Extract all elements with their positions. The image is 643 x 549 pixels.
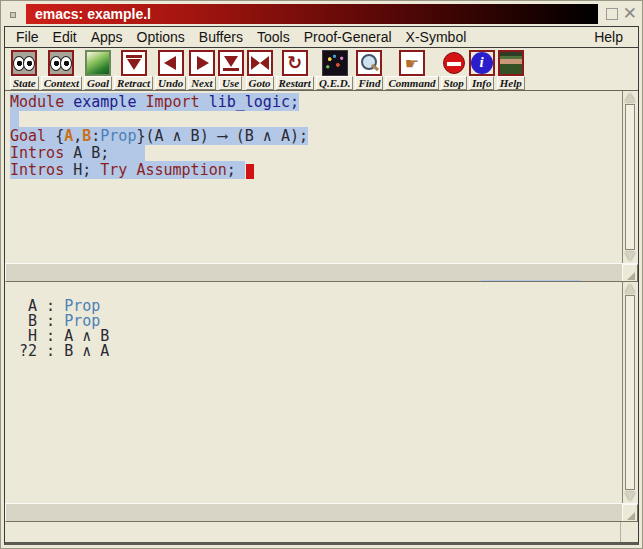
toolbar-label: Q.E.D. (316, 76, 353, 90)
text-cursor (246, 164, 254, 179)
qed-icon (322, 50, 348, 76)
text-segment (10, 110, 19, 128)
scroll-up-icon[interactable] (625, 93, 635, 102)
goals-scrollbar[interactable] (622, 282, 638, 503)
scrollbar-thumb[interactable] (625, 295, 635, 490)
find-icon (356, 50, 382, 76)
toolbar-command-button[interactable]: Command (385, 50, 438, 90)
eyes-icon (48, 50, 74, 76)
toolbar-label: Find (355, 76, 383, 90)
toolbar-label: Goto (246, 76, 274, 90)
toolbar-label: Use (219, 76, 242, 90)
close-icon[interactable] (623, 3, 637, 23)
menubar-items: FileEditAppsOptionsBuffersToolsProof-Gen… (9, 29, 473, 45)
script-buffer[interactable]: Module example Import lib_logic; Goal {A… (5, 91, 638, 263)
scroll-down-icon[interactable] (625, 252, 635, 261)
text-segment: { (46, 127, 64, 145)
retract-icon (121, 50, 147, 76)
toolbar-stop-button[interactable]: Stop (441, 50, 467, 90)
goals-line: A : Prop (10, 299, 622, 314)
locked-region-highlight (10, 110, 19, 128)
undo-icon (158, 50, 184, 76)
menu-proof-general[interactable]: Proof-General (304, 29, 392, 45)
modeline-corner-icon[interactable] (622, 504, 638, 522)
toolbar-goal-button[interactable]: Goal (84, 50, 112, 90)
script-line: Goal {A,B:Prop}(A ∧ B) ⟶ (B ∧ A); (10, 128, 622, 145)
window-menu-button[interactable] (10, 12, 16, 18)
script-scrollbar[interactable] (622, 91, 638, 263)
toolbar-context-button[interactable]: Context (41, 50, 82, 90)
script-line: Intros H; Try Assumption; (10, 162, 622, 179)
app-frame: FileEditAppsOptionsBuffersToolsProof-Gen… (4, 26, 639, 545)
toolbar-restart-button[interactable]: Restart (276, 50, 314, 90)
command-icon (399, 50, 425, 76)
menu-x-symbol[interactable]: X-Symbol (406, 29, 467, 45)
goal-icon (85, 50, 111, 76)
script-modeline[interactable]: --**-XEmacs: example.l (lego XS:lego Fon… (5, 263, 638, 282)
text-segment: , (73, 127, 82, 145)
menubar: FileEditAppsOptionsBuffersToolsProof-Gen… (5, 27, 638, 48)
toolbar-next-button[interactable]: Next (188, 50, 215, 90)
toolbar-undo-button[interactable]: Undo (155, 50, 186, 90)
minibuffer[interactable] (5, 522, 638, 542)
eyes-icon (11, 50, 37, 76)
scroll-down-icon[interactable] (625, 492, 635, 501)
goto-icon (247, 50, 273, 76)
text-segment: Assumption (136, 161, 226, 179)
menu-options[interactable]: Options (137, 29, 185, 45)
goals-line: ?2 : B ∧ A (10, 344, 622, 359)
text-segment: Try (100, 161, 127, 179)
goals-modeline[interactable]: -----XEmacs: *lego-goals* (LEGOGoals)---… (5, 503, 638, 522)
stop-icon (441, 50, 467, 76)
text-segment: Goal (10, 127, 46, 145)
goals-text: A : Prop B : Prop H : A ∧ B ?2 : B ∧ A (5, 282, 622, 503)
toolbar-qed-button[interactable]: Q.E.D. (316, 50, 353, 90)
menu-apps[interactable]: Apps (91, 29, 123, 45)
toolbar-use-button[interactable]: Use (218, 50, 244, 90)
text-segment: Import (145, 93, 199, 111)
maximize-icon[interactable] (606, 8, 618, 20)
script-line: Intros A B; (10, 145, 622, 162)
toolbar-label: Undo (155, 76, 186, 90)
locked-region-highlight: Intros A B; (10, 144, 145, 162)
scrollbar-thumb[interactable] (625, 104, 635, 250)
toolbar-label: Retract (114, 76, 153, 90)
locked-region-highlight: Module example Import lib_logic; (10, 93, 299, 111)
resize-grip[interactable] (620, 522, 638, 542)
toolbar-label: State (10, 76, 39, 90)
help-icon (498, 50, 524, 76)
menu-tools[interactable]: Tools (257, 29, 290, 45)
modeline-corner-icon[interactable] (622, 264, 638, 282)
toolbar-label: Context (41, 76, 82, 90)
text-segment: lib_logic; (209, 93, 299, 111)
text-segment: A (64, 127, 73, 145)
toolbar-retract-button[interactable]: Retract (114, 50, 153, 90)
toolbar-info-button[interactable]: Info (469, 50, 495, 90)
text-segment: ?2 : B ∧ A (10, 342, 109, 360)
text-segment: example (73, 93, 136, 111)
next-icon (189, 50, 215, 76)
text-segment: A B; (64, 144, 109, 162)
toolbar-label: Info (469, 76, 495, 90)
text-segment: Intros (10, 144, 64, 162)
menu-help[interactable]: Help (594, 29, 623, 45)
titlebar-bar[interactable]: emacs: example.l (26, 4, 598, 24)
toolbar-goto-button[interactable]: Goto (246, 50, 274, 90)
toolbar-help-button[interactable]: Help (497, 50, 525, 90)
menu-file[interactable]: File (16, 29, 39, 45)
text-segment (64, 93, 73, 111)
window-title: emacs: example.l (35, 6, 151, 22)
toolbar-label: Command (385, 76, 438, 90)
script-line (10, 111, 622, 128)
xemacs-window: emacs: example.l FileEditAppsOptionsBuff… (0, 0, 643, 549)
goals-buffer[interactable]: A : Prop B : Prop H : A ∧ B ?2 : B ∧ A (5, 282, 638, 503)
locked-region-highlight: Goal {A,B:Prop}(A ∧ B) ⟶ (B ∧ A); (10, 127, 308, 145)
locked-region-highlight: Intros H; Try Assumption; (10, 161, 245, 179)
script-line: Module example Import lib_logic; (10, 94, 622, 111)
menu-edit[interactable]: Edit (53, 29, 77, 45)
menu-buffers[interactable]: Buffers (199, 29, 243, 45)
toolbar-state-button[interactable]: State (10, 50, 39, 90)
text-segment: Prop (100, 127, 136, 145)
toolbar-find-button[interactable]: Find (355, 50, 383, 90)
scroll-up-icon[interactable] (625, 284, 635, 293)
